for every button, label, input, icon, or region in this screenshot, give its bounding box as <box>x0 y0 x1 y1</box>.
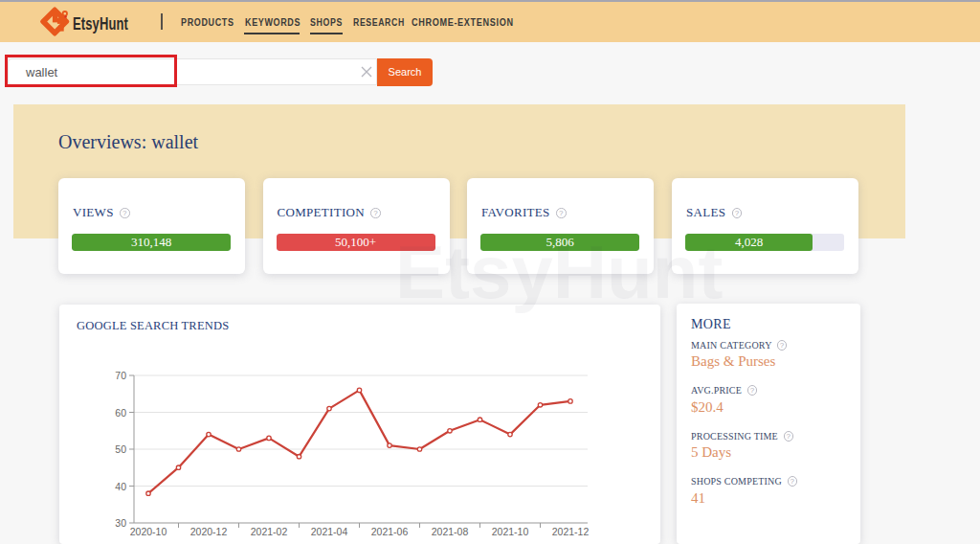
svg-text:2021-08: 2021-08 <box>432 526 469 537</box>
svg-text:2021-02: 2021-02 <box>251 526 288 537</box>
svg-text:2021-06: 2021-06 <box>371 526 409 537</box>
svg-text:50: 50 <box>115 443 126 455</box>
svg-text:60: 60 <box>115 407 126 419</box>
svg-text:2021-12: 2021-12 <box>552 526 590 537</box>
svg-text:30: 30 <box>115 517 126 529</box>
svg-text:2021-10: 2021-10 <box>492 526 529 537</box>
svg-text:2020-10: 2020-10 <box>130 526 167 537</box>
svg-text:40: 40 <box>115 481 126 492</box>
svg-text:2021-04: 2021-04 <box>311 526 348 537</box>
svg-text:2020-12: 2020-12 <box>190 526 228 537</box>
svg-text:70: 70 <box>115 370 126 381</box>
